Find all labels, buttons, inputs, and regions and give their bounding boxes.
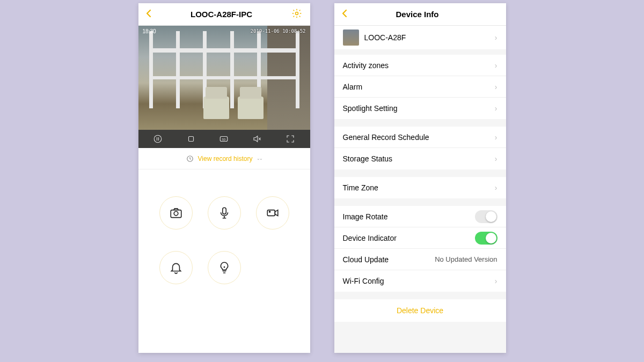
row-label: Activity zones [343, 61, 389, 70]
page-title: Device Info [396, 10, 438, 19]
svg-point-11 [174, 211, 178, 216]
device-thumbnail [343, 29, 359, 46]
delete-device-button[interactable]: Delete Device [334, 299, 506, 322]
alert-button[interactable] [159, 251, 193, 284]
videocam-icon [266, 206, 280, 220]
camera-icon [169, 206, 183, 220]
overlay-timestamp: 2019-11-06 10:08:52 [251, 28, 306, 34]
light-button[interactable] [208, 251, 241, 284]
device-indicator-row: Device Indicator [334, 227, 506, 249]
svg-rect-13 [267, 210, 275, 216]
chevron-right-icon: › [495, 133, 497, 142]
device-name-row[interactable]: LOOC-A28F › [334, 26, 506, 49]
back-button[interactable] [342, 9, 347, 20]
row-label: Time Zone [343, 183, 378, 192]
history-button[interactable]: View record history ⌄⌄ [138, 148, 310, 169]
overlay-clock: 18:30 [143, 28, 156, 34]
row-label: Spotlight Setting [343, 104, 398, 113]
chevron-right-icon: › [495, 104, 497, 113]
chevron-right-icon: › [495, 183, 497, 192]
bell-icon [169, 261, 183, 275]
settings-button[interactable] [291, 8, 302, 21]
device-info-screen: Device Info LOOC-A28F › Activity zones ›… [334, 3, 506, 353]
header: Device Info [334, 3, 506, 26]
cloud-update-value: No Updated Version [435, 255, 497, 263]
chevron-right-icon: › [495, 33, 497, 42]
back-button[interactable] [146, 9, 151, 20]
chevron-right-icon: › [495, 277, 497, 285]
row-label: Cloud Update [343, 255, 389, 264]
wifi-config-row[interactable]: Wi-Fi Config › [334, 270, 506, 292]
sd-quality-icon[interactable]: SD [219, 134, 229, 144]
header: LOOC-A28F-IPC [138, 3, 310, 26]
record-button[interactable] [256, 196, 289, 230]
history-icon [186, 155, 194, 162]
image-rotate-toggle[interactable] [475, 210, 497, 223]
page-title: LOOC-A28F-IPC [191, 10, 252, 19]
fullscreen-icon[interactable] [286, 134, 295, 144]
svg-point-0 [296, 12, 298, 14]
activity-zones-row[interactable]: Activity zones › [334, 55, 506, 76]
cloud-update-row[interactable]: Cloud Update No Updated Version [334, 249, 506, 270]
svg-rect-4 [188, 137, 193, 142]
expand-icon: ⌄⌄ [257, 156, 262, 161]
chevron-right-icon: › [495, 83, 497, 91]
snapshot-button[interactable] [159, 196, 193, 230]
time-zone-row[interactable]: Time Zone › [334, 177, 506, 198]
stop-icon[interactable] [186, 134, 196, 144]
camera-feed[interactable]: 18:30 2019-11-06 10:08:52 [138, 26, 310, 130]
device-indicator-toggle[interactable] [475, 232, 497, 245]
talk-button[interactable] [208, 196, 241, 230]
svg-point-14 [269, 211, 270, 212]
video-controls: SD [138, 130, 310, 148]
storage-status-row[interactable]: Storage Status › [334, 148, 506, 169]
row-label: Alarm [343, 83, 363, 91]
row-label: General Record Schedule [343, 133, 429, 142]
mute-icon[interactable] [252, 134, 262, 144]
action-grid [138, 169, 310, 311]
svg-point-1 [155, 135, 162, 143]
record-schedule-row[interactable]: General Record Schedule › [334, 127, 506, 148]
image-rotate-row: Image Rotate [334, 206, 506, 227]
mic-icon [217, 206, 231, 220]
spotlight-row[interactable]: Spotlight Setting › [334, 98, 506, 119]
delete-label: Delete Device [397, 306, 443, 315]
chevron-right-icon: › [495, 61, 497, 70]
pause-icon[interactable] [153, 134, 163, 144]
chevron-right-icon: › [495, 154, 497, 163]
row-label: Storage Status [343, 154, 393, 163]
row-label: Image Rotate [343, 212, 388, 221]
live-view-screen: LOOC-A28F-IPC 18:30 2019-11-06 10:08:52 … [138, 3, 310, 353]
svg-rect-12 [222, 208, 226, 214]
bulb-icon [217, 261, 231, 275]
history-label: View record history [198, 155, 253, 162]
device-name-label: LOOC-A28F [364, 33, 406, 42]
row-label: Wi-Fi Config [343, 277, 384, 285]
alarm-row[interactable]: Alarm › [334, 76, 506, 98]
svg-text:SD: SD [222, 138, 226, 141]
row-label: Device Indicator [343, 234, 397, 242]
